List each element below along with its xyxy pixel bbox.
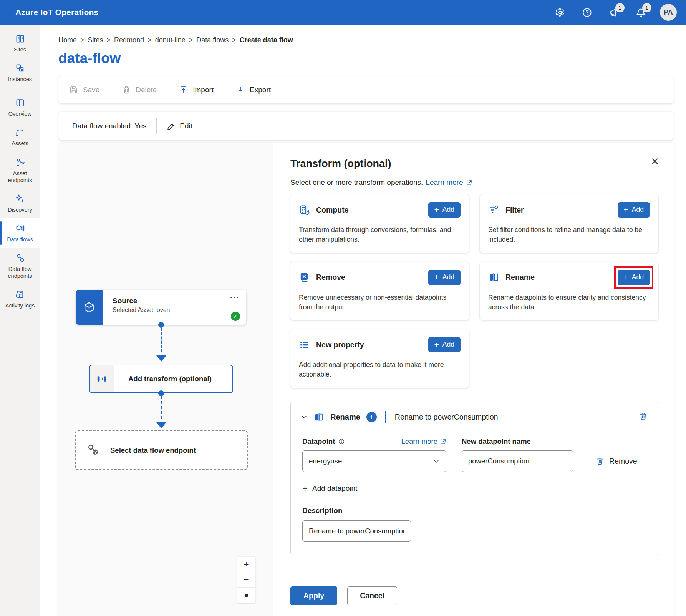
- description-input[interactable]: [302, 520, 411, 542]
- instances-icon: [15, 63, 25, 73]
- breadcrumb-separator: >: [147, 36, 152, 44]
- breadcrumb-separator: >: [80, 36, 85, 44]
- zoom-controls: + −: [237, 557, 255, 603]
- compute-card-description: Transform data through conversions, form…: [299, 225, 460, 244]
- sidebar-item-asset-endpoints[interactable]: Asset endpoints: [0, 152, 40, 189]
- more-options-icon[interactable]: ...: [230, 291, 239, 301]
- asset-endpoints-icon: [15, 157, 25, 168]
- command-toolbar: Save Delete Import Export: [58, 76, 674, 103]
- sidebar: Sites Instances Overview Assets Asset en…: [0, 25, 40, 616]
- breadcrumb-redmond[interactable]: Redmond: [114, 36, 144, 44]
- zoom-in-button[interactable]: +: [237, 557, 255, 572]
- chevron-down-icon[interactable]: [301, 413, 308, 420]
- source-node-subtitle: Selected Asset: oven: [113, 307, 246, 314]
- sidebar-item-assets[interactable]: Assets: [0, 122, 40, 152]
- new-name-field: New datapoint name: [462, 437, 573, 472]
- add-label: Add: [442, 340, 454, 349]
- sidebar-item-overview[interactable]: Overview: [0, 93, 40, 122]
- filter-card: Filter +Add Set filter conditions to ref…: [480, 194, 658, 253]
- compute-icon: [299, 204, 310, 216]
- new-property-card: New property +Add Add additional propert…: [290, 329, 469, 388]
- add-label: Add: [632, 206, 644, 214]
- rename-section-header: Rename 1 Rename to powerConsumption: [291, 402, 658, 432]
- filter-add-button[interactable]: +Add: [618, 202, 650, 218]
- settings-button[interactable]: [552, 4, 568, 21]
- app-title: Azure IoT Operations: [15, 8, 98, 17]
- status-bar: Data flow enabled: Yes Edit: [58, 112, 674, 140]
- apply-button[interactable]: Apply: [290, 586, 337, 605]
- rename-icon: [488, 272, 499, 283]
- delete-rename-button[interactable]: [638, 412, 648, 422]
- sidebar-item-discovery[interactable]: Discovery: [0, 189, 40, 218]
- sidebar-item-sites[interactable]: Sites: [0, 28, 40, 58]
- notification-badge: 1: [642, 3, 651, 12]
- compute-add-button[interactable]: +Add: [428, 202, 461, 218]
- rename-icon: [314, 412, 324, 422]
- save-label: Save: [83, 86, 99, 94]
- breadcrumb-sites[interactable]: Sites: [88, 36, 103, 44]
- transform-panel-body: ✕ Transform (optional) Select one or mor…: [273, 143, 674, 576]
- learn-more-link[interactable]: Learn more: [426, 178, 463, 187]
- source-node[interactable]: Source Selected Asset: oven ... ✓: [76, 290, 246, 325]
- sidebar-item-activity-logs[interactable]: Activity logs: [0, 284, 40, 314]
- save-icon: [69, 85, 78, 95]
- transform-panel: ✕ Transform (optional) Select one or mor…: [273, 143, 674, 616]
- save-button[interactable]: Save: [69, 85, 99, 95]
- notifications-button[interactable]: 1: [632, 4, 649, 21]
- datapoint-field: Datapoint Learn more: [302, 437, 446, 472]
- rename-card-title: Rename: [505, 273, 611, 282]
- fit-view-button[interactable]: [237, 588, 255, 603]
- breadcrumb-data-flows[interactable]: Data flows: [196, 36, 229, 44]
- announcements-button[interactable]: 1: [605, 4, 622, 21]
- rename-summary: Rename to powerConsumption: [395, 413, 632, 422]
- sidebar-item-data-flows[interactable]: Data flows: [0, 218, 40, 248]
- filter-icon: [488, 204, 499, 216]
- rename-section-body: Datapoint Learn more: [291, 432, 658, 555]
- delete-button[interactable]: Delete: [122, 85, 157, 95]
- edit-button[interactable]: Edit: [167, 122, 192, 131]
- remove-label: Remove: [609, 457, 637, 466]
- cancel-button[interactable]: Cancel: [347, 586, 397, 605]
- source-node-body: Source Selected Asset: oven ... ✓: [103, 290, 246, 325]
- sidebar-item-data-flow-endpoints[interactable]: Data flow endpoints: [0, 248, 40, 284]
- fit-view-icon: [244, 593, 249, 598]
- learn-more-link[interactable]: Learn more: [401, 437, 437, 446]
- rename-add-button[interactable]: +Add: [618, 270, 650, 285]
- endpoint-icon: [86, 443, 99, 458]
- new-property-icon: [299, 339, 310, 350]
- zoom-out-button[interactable]: −: [237, 572, 255, 588]
- select-endpoint-node[interactable]: Select data flow endpoint: [75, 430, 248, 470]
- activity-logs-icon: [15, 289, 25, 300]
- breadcrumb-separator: >: [232, 36, 236, 44]
- add-datapoint-button[interactable]: + Add datapoint: [302, 484, 357, 493]
- sidebar-item-label: Discovery: [8, 206, 32, 213]
- help-button[interactable]: [578, 4, 595, 21]
- compute-card-title: Compute: [316, 206, 422, 214]
- import-label: Import: [193, 86, 214, 94]
- breadcrumb-home[interactable]: Home: [58, 36, 77, 44]
- import-button[interactable]: Import: [179, 85, 214, 95]
- flow-canvas[interactable]: Source Selected Asset: oven ... ✓ A: [58, 143, 273, 616]
- new-property-add-button[interactable]: +Add: [428, 337, 461, 352]
- panel-subtitle: Select one or more transform operations.…: [290, 178, 658, 187]
- remove-card: Remove +Add Remove unnecessary or non-es…: [290, 262, 469, 320]
- external-link-icon: [440, 438, 446, 445]
- close-icon[interactable]: ✕: [649, 156, 661, 167]
- add-label: Add: [442, 273, 454, 281]
- avatar[interactable]: PA: [660, 4, 677, 21]
- remove-add-button[interactable]: +Add: [428, 270, 461, 285]
- announcement-badge: 1: [615, 3, 625, 12]
- data-flows-icon: [15, 223, 25, 234]
- new-datapoint-name-input[interactable]: [462, 450, 573, 472]
- source-node-title: Source: [113, 297, 246, 305]
- external-link-icon: [466, 179, 472, 186]
- datapoint-dropdown[interactable]: energyuse: [302, 450, 446, 472]
- compute-card: Compute +Add Transform data through conv…: [290, 194, 469, 253]
- data-flow-endpoints-icon: [15, 253, 25, 263]
- remove-datapoint-button[interactable]: Remove: [595, 450, 637, 472]
- export-label: Export: [250, 86, 271, 94]
- add-transform-node[interactable]: Add transform (optional): [89, 365, 233, 393]
- export-button[interactable]: Export: [236, 85, 271, 95]
- sidebar-item-instances[interactable]: Instances: [0, 58, 40, 88]
- breadcrumb-donut-line[interactable]: donut-line: [155, 36, 186, 44]
